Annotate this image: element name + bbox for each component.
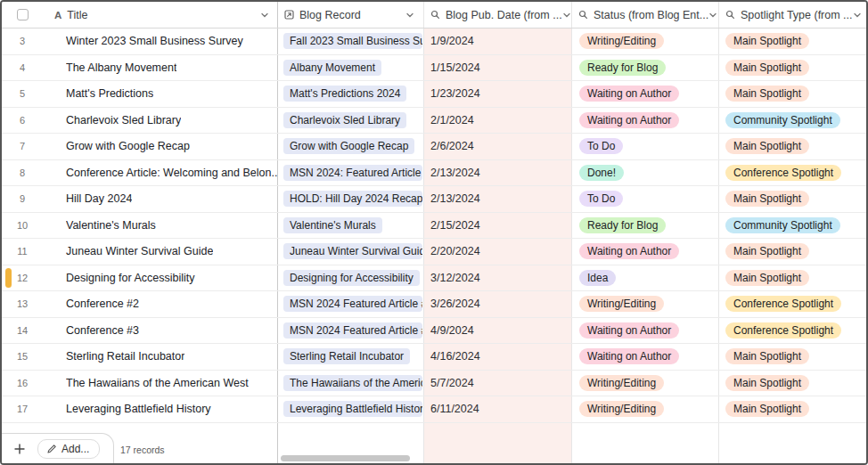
blog-record-cell[interactable]: Charlevoix Sled Library bbox=[278, 108, 424, 134]
pub-date-cell[interactable]: 6/11/2024 bbox=[424, 396, 572, 422]
spotlight-pill[interactable]: Conference Spotlight bbox=[725, 165, 841, 181]
pub-date-cell[interactable]: 2/20/2024 bbox=[424, 239, 572, 265]
pub-date-cell[interactable]: 4/9/2024 bbox=[424, 318, 572, 344]
status-cell[interactable]: Waiting on Author bbox=[572, 81, 719, 107]
status-pill[interactable]: Ready for Blog bbox=[579, 60, 666, 76]
header-blog-record-column[interactable]: Blog Record bbox=[278, 2, 424, 28]
title-cell[interactable]: 8Conference Article: Welcoming and Belon… bbox=[2, 160, 278, 186]
spotlight-cell[interactable]: Main Spotlight bbox=[719, 344, 866, 370]
spotlight-pill[interactable]: Main Spotlight bbox=[725, 243, 809, 259]
status-cell[interactable]: Writing/Editing bbox=[572, 371, 719, 396]
status-cell[interactable]: To Do bbox=[572, 134, 719, 159]
horizontal-scrollbar[interactable] bbox=[281, 455, 410, 461]
spotlight-pill[interactable]: Conference Spotlight bbox=[725, 296, 841, 312]
empty-status-cell[interactable] bbox=[572, 423, 719, 464]
spotlight-pill[interactable]: Main Spotlight bbox=[725, 375, 809, 391]
blog-record-cell[interactable]: Sterling Retail Incubator bbox=[278, 344, 424, 370]
status-pill[interactable]: To Do bbox=[579, 191, 623, 207]
title-cell[interactable]: 6Charlevoix Sled Library bbox=[2, 108, 278, 134]
spotlight-pill[interactable]: Main Spotlight bbox=[725, 348, 809, 364]
title-cell[interactable]: 4The Albany Movement bbox=[2, 55, 278, 81]
spotlight-pill[interactable]: Main Spotlight bbox=[725, 86, 809, 102]
pub-date-cell[interactable]: 1/23/2024 bbox=[424, 81, 572, 107]
spotlight-cell[interactable]: Main Spotlight bbox=[719, 81, 866, 107]
spotlight-pill[interactable]: Main Spotlight bbox=[725, 33, 809, 49]
linked-record-chip[interactable]: MSN 2024 Featured Article #3 bbox=[283, 322, 422, 339]
linked-record-chip[interactable]: Matt's Predictions 2024 bbox=[283, 86, 406, 102]
title-cell[interactable]: 14Conference #3 bbox=[2, 318, 278, 344]
empty-date-cell[interactable] bbox=[424, 423, 572, 464]
pub-date-cell[interactable]: 3/12/2024 bbox=[424, 265, 572, 291]
spotlight-cell[interactable]: Conference Spotlight bbox=[719, 160, 866, 186]
blog-record-cell[interactable]: MSN 2024 Featured Article #3 bbox=[278, 318, 424, 344]
chevron-down-icon[interactable] bbox=[260, 7, 269, 23]
spotlight-cell[interactable]: Main Spotlight bbox=[719, 134, 866, 159]
pub-date-cell[interactable]: 3/26/2024 bbox=[424, 291, 572, 317]
linked-record-chip[interactable]: Charlevoix Sled Library bbox=[283, 112, 406, 128]
status-cell[interactable]: Writing/Editing bbox=[572, 291, 719, 317]
spotlight-pill[interactable]: Main Spotlight bbox=[725, 191, 809, 207]
spotlight-cell[interactable]: Community Spotlight bbox=[719, 108, 866, 134]
header-pub-date-column[interactable]: Blog Pub. Date (from ... bbox=[424, 2, 572, 28]
blog-record-cell[interactable]: Albany Movement bbox=[278, 55, 424, 81]
status-cell[interactable]: Ready for Blog bbox=[572, 213, 719, 239]
select-all-checkbox[interactable] bbox=[17, 9, 29, 20]
status-pill[interactable]: Writing/Editing bbox=[579, 375, 664, 391]
pub-date-cell[interactable]: 2/13/2024 bbox=[424, 186, 572, 212]
spotlight-pill[interactable]: Main Spotlight bbox=[725, 401, 809, 417]
status-cell[interactable]: Writing/Editing bbox=[572, 396, 719, 422]
spotlight-cell[interactable]: Main Spotlight bbox=[719, 396, 866, 422]
spotlight-pill[interactable]: Main Spotlight bbox=[725, 60, 809, 76]
status-pill[interactable]: Idea bbox=[579, 270, 616, 286]
empty-spotlight-cell[interactable] bbox=[719, 423, 866, 464]
blog-record-cell[interactable]: HOLD: Hill Day 2024 Recap bbox=[278, 186, 424, 212]
status-pill[interactable]: Waiting on Author bbox=[579, 86, 679, 102]
pub-date-cell[interactable]: 2/6/2024 bbox=[424, 134, 572, 159]
linked-record-chip[interactable]: Juneau Winter Survival Guide bbox=[283, 243, 422, 259]
status-pill[interactable]: Waiting on Author bbox=[579, 112, 679, 128]
chevron-down-icon[interactable] bbox=[708, 7, 717, 23]
blog-record-cell[interactable]: Valentine's Murals bbox=[278, 213, 424, 239]
pub-date-cell[interactable]: 1/9/2024 bbox=[424, 29, 572, 54]
linked-record-chip[interactable]: Fall 2023 Small Business Survey bbox=[283, 33, 422, 49]
blog-record-cell[interactable]: Matt's Predictions 2024 bbox=[278, 81, 424, 107]
spotlight-cell[interactable]: Main Spotlight bbox=[719, 265, 866, 291]
linked-record-chip[interactable]: Grow with Google Recap bbox=[283, 138, 414, 154]
spotlight-cell[interactable]: Conference Spotlight bbox=[719, 291, 866, 317]
blog-record-cell[interactable]: MSN 2024 Featured Article #2 bbox=[278, 291, 424, 317]
spotlight-pill[interactable]: Community Spotlight bbox=[725, 112, 840, 128]
spotlight-cell[interactable]: Conference Spotlight bbox=[719, 318, 866, 344]
status-pill[interactable]: Ready for Blog bbox=[579, 217, 666, 233]
linked-record-chip[interactable]: MSN 2024 Featured Article #2 bbox=[283, 296, 422, 312]
title-cell[interactable]: 11Juneau Winter Survival Guide bbox=[2, 239, 278, 265]
chevron-down-icon[interactable] bbox=[405, 7, 414, 23]
pub-date-cell[interactable]: 1/15/2024 bbox=[424, 55, 572, 81]
pub-date-cell[interactable]: 2/15/2024 bbox=[424, 213, 572, 239]
spotlight-cell[interactable]: Community Spotlight bbox=[719, 213, 866, 239]
title-cell[interactable]: 10Valentine's Murals bbox=[2, 213, 278, 239]
status-cell[interactable]: Done! bbox=[572, 160, 719, 186]
status-pill[interactable]: Waiting on Author bbox=[579, 243, 679, 259]
status-cell[interactable]: Writing/Editing bbox=[572, 29, 719, 54]
pub-date-cell[interactable]: 2/1/2024 bbox=[424, 108, 572, 134]
status-pill[interactable]: Writing/Editing bbox=[579, 33, 664, 49]
add-button[interactable]: Add... bbox=[37, 439, 100, 459]
title-cell[interactable]: 9Hill Day 2024 bbox=[2, 186, 278, 212]
spotlight-pill[interactable]: Main Spotlight bbox=[725, 270, 809, 286]
status-cell[interactable]: Idea bbox=[572, 265, 719, 291]
title-cell[interactable]: 13Conference #2 bbox=[2, 291, 278, 317]
linked-record-chip[interactable]: Designing for Accessibility bbox=[283, 270, 420, 286]
pub-date-cell[interactable]: 4/16/2024 bbox=[424, 344, 572, 370]
status-pill[interactable]: Writing/Editing bbox=[579, 296, 664, 312]
title-cell[interactable]: 3Winter 2023 Small Business Survey bbox=[2, 29, 278, 54]
spotlight-cell[interactable]: Main Spotlight bbox=[719, 55, 866, 81]
add-row-button[interactable] bbox=[13, 443, 26, 455]
status-pill[interactable]: Done! bbox=[579, 165, 624, 181]
blog-record-cell[interactable]: The Hawaiians of the American West bbox=[278, 371, 424, 396]
blog-record-cell[interactable]: Fall 2023 Small Business Survey bbox=[278, 29, 424, 54]
status-cell[interactable]: Waiting on Author bbox=[572, 344, 719, 370]
linked-record-chip[interactable]: Albany Movement bbox=[283, 60, 381, 76]
status-cell[interactable]: Waiting on Author bbox=[572, 318, 719, 344]
title-cell[interactable]: 16The Hawaiians of the American West bbox=[2, 371, 278, 396]
blog-record-cell[interactable]: Grow with Google Recap bbox=[278, 134, 424, 159]
